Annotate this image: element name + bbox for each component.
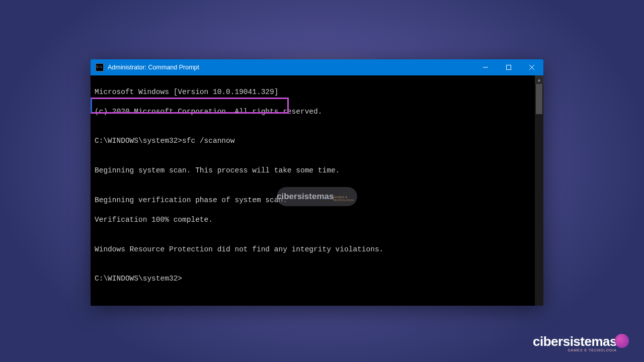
window-controls [474,59,543,75]
brand-text: cibersistemas [533,334,617,349]
minimize-button[interactable] [474,59,497,75]
client-area: Microsoft Windows [Version 10.0.19041.32… [91,75,543,306]
scroll-up-arrow-icon[interactable]: ▲ [535,75,543,84]
cmd-icon [96,63,104,71]
vertical-scrollbar[interactable]: ▲ ▼ [535,75,543,306]
output-line: Beginning system scan. This process will… [95,166,531,176]
terminal-output[interactable]: Microsoft Windows [Version 10.0.19041.32… [91,75,535,306]
output-line: Microsoft Windows [Version 10.0.19041.32… [95,87,531,98]
window-title: Administrator: Command Prompt [108,64,474,71]
brand-subtext: GAMES E TECNOLOGIA [533,348,617,352]
output-line: Verification 100% complete. [95,215,531,225]
svg-rect-1 [507,65,511,70]
brand-dot-icon [615,334,629,348]
close-button[interactable] [520,59,543,75]
output-line: Windows Resource Protection did not find… [95,245,531,255]
prompt-command: C:\WINDOWS\system32>sfc /scannow [95,136,531,146]
titlebar[interactable]: Administrator: Command Prompt [91,59,543,75]
brand-logo: cibersistemas GAMES E TECNOLOGIA [533,334,629,352]
output-line: Beginning verification phase of system s… [95,196,531,206]
scroll-thumb[interactable] [536,84,542,114]
command-prompt-window: Administrator: Command Prompt Microsoft … [91,59,543,306]
prompt-line: C:\WINDOWS\system32> [95,274,531,284]
output-line: (c) 2020 Microsoft Corporation. All righ… [95,107,531,117]
maximize-button[interactable] [497,59,520,75]
